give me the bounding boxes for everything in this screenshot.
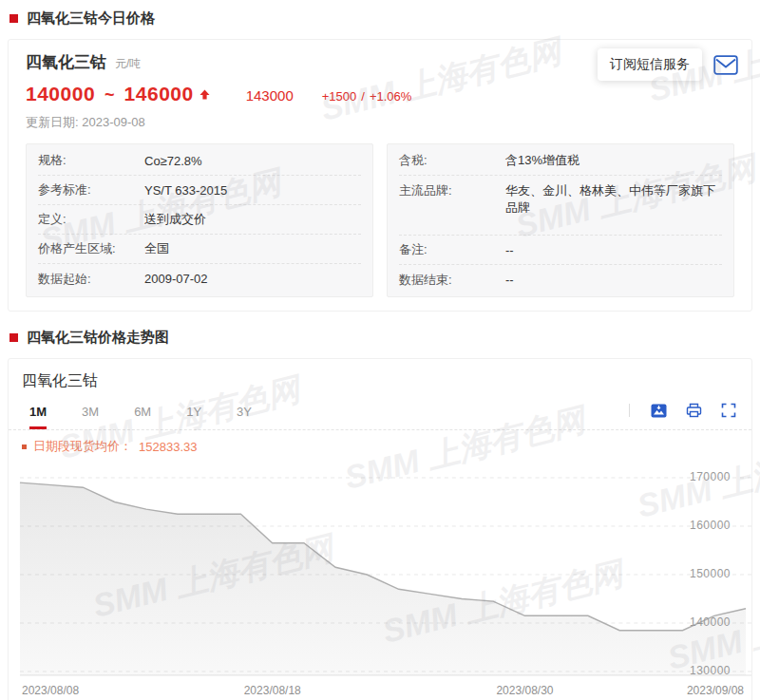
- trend-section-header: 四氧化三钴价格走势图: [10, 329, 750, 347]
- spec-row: 参考标准:YS/T 633-2015: [38, 176, 361, 205]
- spec-label: 价格产生区域:: [38, 240, 144, 257]
- spec-label: 参考标准:: [38, 181, 144, 199]
- spec-value: Co≥72.8%: [144, 154, 202, 168]
- spec-row: 价格产生区域:全国: [38, 235, 361, 264]
- tab-1y[interactable]: 1Y: [186, 395, 201, 429]
- print-icon[interactable]: [686, 403, 702, 418]
- price-tilde: ~: [104, 85, 115, 105]
- spec-value: 2009-07-02: [144, 272, 208, 286]
- spec-row: 备注:--: [399, 236, 722, 265]
- update-date: 2023-09-08: [82, 115, 145, 129]
- update-date-row: 更新日期: 2023-09-08: [26, 114, 734, 131]
- section-bullet-icon: [10, 14, 18, 23]
- x-axis-label: 2023/08/30: [496, 684, 553, 697]
- section-bullet-icon: [10, 333, 18, 342]
- tab-1m[interactable]: 1M: [29, 395, 47, 429]
- y-axis-label: 140000: [690, 615, 731, 629]
- price-average: 143000: [246, 87, 294, 104]
- subscribe-sms-button[interactable]: 订阅短信服务: [598, 48, 702, 81]
- spec-label: 含税:: [399, 152, 505, 169]
- spec-value: 华友、金川、格林美、中伟等厂家旗下品牌: [505, 182, 722, 217]
- price-change: +1500/+1.06%: [322, 89, 412, 104]
- spec-label: 数据起始:: [38, 271, 144, 288]
- chart-card: 四氧化三钴 1M3M6M1Y3Y: [8, 358, 752, 700]
- fullscreen-icon[interactable]: [721, 403, 736, 418]
- range-tab-bar: 1M3M6M1Y3Y: [9, 394, 751, 430]
- legend-label: 日期段现货均价：: [33, 438, 132, 455]
- x-axis-label: 2023/09/08: [687, 684, 744, 697]
- spec-label: 规格:: [38, 152, 144, 169]
- tab-6m[interactable]: 6M: [134, 395, 151, 429]
- y-axis-label: 150000: [690, 567, 731, 580]
- legend-bullet-icon: [22, 445, 27, 449]
- spec-value: --: [505, 273, 514, 287]
- chart-commodity-title: 四氧化三钴: [9, 359, 751, 394]
- legend-value: 152833.33: [139, 440, 197, 454]
- spec-value: 全国: [144, 240, 169, 257]
- tab-3y[interactable]: 3Y: [237, 395, 252, 429]
- spec-label: 备注:: [399, 241, 505, 258]
- spec-label: 主流品牌:: [399, 182, 505, 199]
- price-high: 146000: [124, 83, 194, 105]
- spec-label: 定义:: [38, 211, 144, 228]
- spec-label: 数据结束:: [399, 272, 505, 289]
- today-price-title: 四氧化三钴今日价格: [27, 9, 155, 28]
- y-axis-label: 160000: [690, 519, 731, 532]
- spec-row: 定义:送到成交价: [38, 205, 361, 235]
- tab-3m[interactable]: 3M: [82, 395, 99, 429]
- trend-chart-title: 四氧化三钴价格走势图: [27, 329, 169, 347]
- spec-row: 规格:Co≥72.8%: [38, 146, 361, 176]
- x-axis-label: 2023/08/18: [244, 684, 301, 697]
- specs-right: 含税:含13%增值税主流品牌:华友、金川、格林美、中伟等厂家旗下品牌备注:--数…: [387, 143, 734, 297]
- price-card: 四氧化三钴 元/吨 订阅短信服务 140000 ~ 146000 143000 …: [8, 39, 752, 312]
- specs-left: 规格:Co≥72.8%参考标准:YS/T 633-2015定义:送到成交价价格产…: [26, 143, 373, 297]
- spec-row: 数据起始:2009-07-02: [38, 264, 361, 293]
- price-unit: 元/吨: [115, 56, 141, 72]
- y-axis-label: 130000: [690, 664, 731, 677]
- spec-value: 送到成交价: [144, 211, 206, 228]
- chart-legend: 日期段现货均价：152833.33: [9, 430, 751, 458]
- price-trend-chart[interactable]: 130000140000150000160000170000: [9, 462, 751, 680]
- trend-chart-svg: [9, 462, 751, 680]
- tools-divider: [629, 404, 630, 417]
- spec-value: 含13%增值税: [505, 152, 580, 169]
- spec-row: 数据结束:--: [399, 265, 722, 294]
- x-axis-label: 2023/08/08: [22, 684, 79, 697]
- spec-value: --: [505, 243, 514, 257]
- today-price-section-header: 四氧化三钴今日价格: [10, 9, 750, 28]
- mail-icon[interactable]: [713, 55, 738, 75]
- spec-row: 主流品牌:华友、金川、格林美、中伟等厂家旗下品牌: [399, 176, 722, 236]
- price-low: 140000: [26, 83, 95, 105]
- save-image-icon[interactable]: [651, 404, 667, 418]
- x-axis-labels: 2023/08/082023/08/182023/08/302023/09/08: [9, 680, 751, 700]
- spec-value: YS/T 633-2015: [144, 183, 227, 198]
- commodity-title: 四氧化三钴: [26, 51, 106, 73]
- y-axis-label: 170000: [690, 470, 731, 483]
- spec-row: 含税:含13%增值税: [399, 146, 722, 176]
- price-up-arrow-icon: [200, 86, 210, 104]
- tab-bar-tabs: 1M3M6M1Y3Y: [29, 395, 252, 429]
